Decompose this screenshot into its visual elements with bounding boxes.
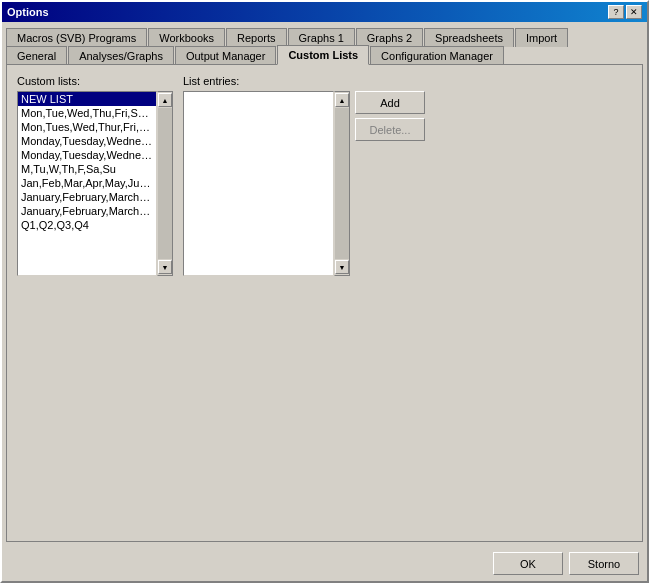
tab-macros[interactable]: Macros (SVB) Programs: [6, 28, 147, 47]
action-buttons: Add Delete...: [355, 91, 425, 531]
scroll-track: [335, 108, 349, 259]
list-item[interactable]: Monday,Tuesday,Wednesd...: [18, 148, 156, 162]
custom-lists-label: Custom lists:: [17, 75, 173, 87]
entries-area: ▲ ▼ Add Delete...: [183, 91, 632, 531]
add-button[interactable]: Add: [355, 91, 425, 114]
list-item[interactable]: Q1,Q2,Q3,Q4: [18, 218, 156, 232]
ok-button[interactable]: OK: [493, 552, 563, 575]
tab-general[interactable]: General: [6, 46, 67, 66]
window-title: Options: [7, 6, 49, 18]
list-entries-label: List entries:: [183, 75, 632, 87]
title-bar-buttons: ? ✕: [608, 5, 642, 19]
list-scrollbar: ▲ ▼: [157, 91, 173, 276]
title-bar: Options ? ✕: [2, 2, 647, 22]
delete-button[interactable]: Delete...: [355, 118, 425, 141]
custom-list[interactable]: NEW LIST Mon,Tue,Wed,Thu,Fri,Sat,S... Mo…: [17, 91, 157, 276]
tab-config[interactable]: Configuration Manager: [370, 46, 504, 66]
tab-content: Custom lists: NEW LIST Mon,Tue,Wed,Thu,F…: [6, 64, 643, 542]
list-item[interactable]: Mon,Tues,Wed,Thur,Fri,Sa...: [18, 120, 156, 134]
scroll-down-arrow[interactable]: ▼: [335, 260, 349, 274]
content-area: Custom lists: NEW LIST Mon,Tue,Wed,Thu,F…: [17, 75, 632, 531]
list-item[interactable]: January,February,March,Ap...: [18, 204, 156, 218]
tabs-row1: Macros (SVB) Programs Workbooks Reports …: [2, 26, 647, 45]
bottom-bar: OK Storno: [2, 546, 647, 581]
tab-workbooks[interactable]: Workbooks: [148, 28, 225, 47]
list-item[interactable]: Monday,Tuesday,Wednesd...: [18, 134, 156, 148]
list-item[interactable]: M,Tu,W,Th,F,Sa,Su: [18, 162, 156, 176]
list-item[interactable]: January,February,March,Ap...: [18, 190, 156, 204]
tab-analyses[interactable]: Analyses/Graphs: [68, 46, 174, 66]
left-panel: Custom lists: NEW LIST Mon,Tue,Wed,Thu,F…: [17, 75, 173, 531]
textarea-scrollbar: ▲ ▼: [334, 91, 350, 276]
right-panel: List entries: ▲ ▼ Add Delete...: [183, 75, 632, 531]
scroll-track: [158, 108, 172, 259]
tab-output[interactable]: Output Manager: [175, 46, 277, 66]
list-item[interactable]: NEW LIST: [18, 92, 156, 106]
help-button[interactable]: ?: [608, 5, 624, 19]
options-window: Options ? ✕ Macros (SVB) Programs Workbo…: [0, 0, 649, 583]
scroll-up-arrow[interactable]: ▲: [335, 93, 349, 107]
scroll-up-arrow[interactable]: ▲: [158, 93, 172, 107]
list-item[interactable]: Jan,Feb,Mar,Apr,May,Jun,J...: [18, 176, 156, 190]
tab-custom-lists[interactable]: Custom Lists: [277, 45, 369, 65]
entries-textarea-container: ▲ ▼: [183, 91, 350, 276]
scroll-down-arrow[interactable]: ▼: [158, 260, 172, 274]
entries-textarea[interactable]: [183, 91, 334, 276]
custom-list-container: NEW LIST Mon,Tue,Wed,Thu,Fri,Sat,S... Mo…: [17, 91, 173, 276]
tab-spreadsheets[interactable]: Spreadsheets: [424, 28, 514, 47]
storno-button[interactable]: Storno: [569, 552, 639, 575]
close-button[interactable]: ✕: [626, 5, 642, 19]
list-item[interactable]: Mon,Tue,Wed,Thu,Fri,Sat,S...: [18, 106, 156, 120]
tabs-row2: General Analyses/Graphs Output Manager C…: [2, 44, 647, 64]
tab-import[interactable]: Import: [515, 28, 568, 47]
